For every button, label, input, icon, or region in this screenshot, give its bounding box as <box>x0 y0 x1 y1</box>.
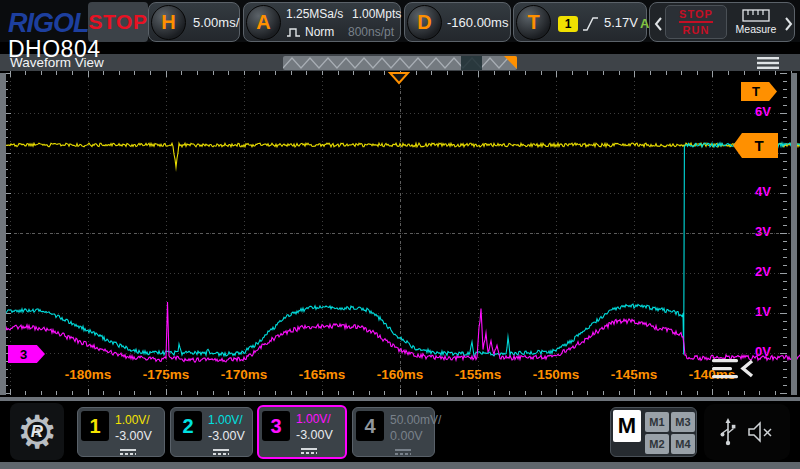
status-icons-panel <box>704 404 790 460</box>
channel3-scale: 1.00V/ <box>296 412 331 426</box>
rising-edge-icon <box>582 15 599 33</box>
math-buttons: M1 M2 M3 M4 <box>645 412 695 454</box>
channel1-offset: -3.00V <box>115 429 152 443</box>
channel4-offset: 0.00V <box>390 429 423 443</box>
trigger-button[interactable]: T <box>516 5 551 40</box>
channel3-number: 3 <box>262 411 290 441</box>
toolbar-next-icon[interactable] <box>783 16 793 32</box>
dc-coupling-icon <box>213 449 229 455</box>
math-m2-button[interactable]: M2 <box>645 434 669 454</box>
math-badge: M <box>613 410 641 442</box>
math-m4-button[interactable]: M4 <box>671 434 695 454</box>
channel2-box[interactable]: 2 1.00V/ -3.00V <box>170 407 253 457</box>
acquire-button[interactable]: A <box>246 5 281 40</box>
trigger-level-flag[interactable]: T <box>733 133 778 158</box>
dc-coupling-icon <box>301 448 317 454</box>
measure-label: Measure <box>736 23 777 35</box>
toolbar-cluster: STOP RUN Measure <box>649 2 795 42</box>
plot-menu-icon[interactable] <box>712 357 758 381</box>
trigger-level-value: 5.17V <box>604 15 638 30</box>
acquire-group[interactable]: A 1.25MSa/s Norm 1.00Mpts 800ns/pt <box>243 2 401 42</box>
tab-row: Waveform View <box>0 54 800 71</box>
trigger-position-marker[interactable] <box>388 71 410 85</box>
sample-rate: 1.25MSa/s <box>286 7 343 21</box>
timebase-value: 5.00ms/ <box>193 15 239 30</box>
model-name: DHO804 <box>8 36 100 63</box>
waveform-overview-bar[interactable] <box>283 56 517 70</box>
trigger-button-label: T <box>527 11 539 34</box>
rigol-gear-logo[interactable]: ⚙ R <box>10 403 64 460</box>
tab-menu-icon[interactable] <box>757 57 779 69</box>
delay-value: -160.00ms <box>447 15 508 30</box>
delay-group[interactable]: D -160.00ms <box>404 2 511 42</box>
acquire-mode: Norm <box>305 25 334 39</box>
channel4-number: 4 <box>356 411 384 441</box>
channel3-offset: -3.00V <box>296 428 333 442</box>
screen-bottom-edge <box>0 462 800 469</box>
waveform-canvas <box>0 71 800 397</box>
plot-left-edge <box>0 73 6 395</box>
bottom-bar: ⚙ R 1 1.00V/ -3.00V 2 1.00V/ -3.00V 3 1.… <box>0 401 800 462</box>
top-bar: RIGOL STOP H 5.00ms/ A 1.25MSa/s Norm 1.… <box>0 0 800 42</box>
channel2-offset: -3.00V <box>208 429 245 443</box>
acquire-button-label: A <box>256 11 270 34</box>
pulse-icon <box>286 26 302 38</box>
dc-coupling-icon <box>120 449 136 455</box>
horizontal-button[interactable]: H <box>151 5 186 40</box>
channel2-number: 2 <box>174 411 202 441</box>
math-m1-button[interactable]: M1 <box>645 412 669 432</box>
usb-icon <box>720 417 736 447</box>
overview-window[interactable] <box>461 56 482 70</box>
channel2-scale: 1.00V/ <box>208 413 243 427</box>
delay-button[interactable]: D <box>407 5 442 40</box>
ruler-icon <box>742 9 770 22</box>
math-group[interactable]: M M1 M2 M3 M4 <box>610 407 697 457</box>
channel4-box[interactable]: 4 50.00mV/ 0.00V <box>352 407 435 457</box>
measure-button[interactable]: Measure <box>730 5 782 39</box>
memory-depth: 1.00Mpts <box>352 7 401 21</box>
rigol-logo: RIGOL <box>8 8 89 39</box>
channel1-number: 1 <box>81 411 109 441</box>
stop-run-button[interactable]: STOP RUN <box>665 5 727 39</box>
horizontal-button-label: H <box>161 11 175 34</box>
trigger-group[interactable]: T 1 5.17V A <box>513 2 647 42</box>
trigger-auto-flag: A <box>640 16 649 31</box>
toolbar-prev-icon[interactable] <box>653 16 663 32</box>
channel3-box-selected[interactable]: 3 1.00V/ -3.00V <box>257 405 347 459</box>
time-per-point: 800ns/pt <box>348 25 394 39</box>
channel4-scale: 50.00mV/ <box>390 413 441 427</box>
run-label: RUN <box>683 24 710 36</box>
waveform-display: T T 3 6V5V4V3V2V1V0V-180ms-175ms-170ms-1… <box>0 71 800 397</box>
stop-label: STOP <box>679 8 713 23</box>
gear-r-label: R <box>31 422 43 442</box>
trigger-source-badge: 1 <box>558 16 578 32</box>
math-m3-button[interactable]: M3 <box>671 412 695 432</box>
run-state-label: STOP <box>89 10 148 34</box>
speaker-muted-icon <box>748 421 774 443</box>
dc-coupling-icon <box>395 449 411 455</box>
plot-right-scrollbar[interactable] <box>791 73 797 395</box>
horizontal-group[interactable]: H 5.00ms/ <box>148 2 240 42</box>
delay-button-label: D <box>417 11 431 34</box>
oscilloscope-screen: RIGOL STOP H 5.00ms/ A 1.25MSa/s Norm 1.… <box>0 0 800 469</box>
channel1-scale: 1.00V/ <box>115 413 150 427</box>
channel1-box[interactable]: 1 1.00V/ -3.00V <box>77 407 165 457</box>
